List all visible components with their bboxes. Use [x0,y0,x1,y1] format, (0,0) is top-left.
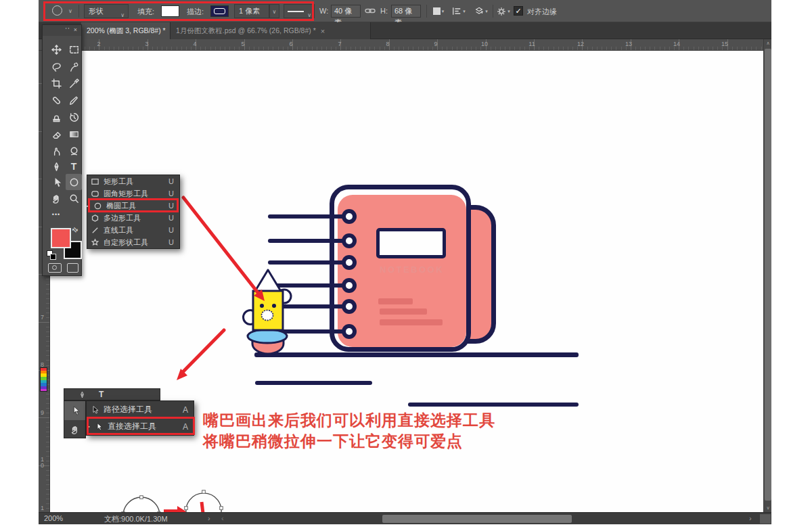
width-label: W: [319,7,328,15]
tab-label: 1月份图文教程.psd @ 66.7% (26, RGB/8#) * [176,26,316,36]
close-icon[interactable]: × [321,27,325,35]
status-bar: 200% 文档:900.0K/1.30M › ‹ › [39,512,771,524]
check-icon: ✓ [515,7,521,15]
marquee-tool[interactable] [66,41,82,58]
tab-document-1[interactable]: 200% (椭圆 3, RGB/8#) * × [81,22,171,39]
ruler-number: 13 [625,41,632,47]
divider [78,5,79,18]
line-style-icon [288,11,304,12]
selection-tools-menu: 路径选择工具 A ▪ 直接选择工具 A [86,400,194,436]
notebook-binding-ring [342,233,357,248]
spot-healing-tool[interactable] [48,92,64,108]
scroll-right-icon[interactable]: › [749,514,752,522]
screen-mode-button[interactable] [67,263,78,273]
menu-item-ellipse-tool[interactable]: ▪ 椭圆工具 U [87,200,179,212]
foreground-color-swatch[interactable] [51,228,71,248]
scroll-up-icon[interactable]: ∧ [764,41,771,46]
type-tool-icon: T [99,390,104,399]
rainbow-color-strip [40,367,47,392]
stroke-width-chevron[interactable]: ∨ [269,4,279,18]
crop-tool[interactable] [48,75,64,91]
shape-width-field[interactable]: 40 像素 [331,5,361,18]
hand-tool[interactable] [48,190,64,206]
canvas[interactable]: NOTEBOOK [50,51,763,512]
menu-item-path-selection[interactable]: 路径选择工具 A [87,401,194,418]
geometry-options-button[interactable]: ▾ [496,4,511,18]
notebook-binding-wire [268,214,351,219]
tools-panel: '' × [42,24,82,276]
status-next-icon[interactable]: › [208,514,210,522]
menu-item-direct-selection[interactable]: ▪ 直接选择工具 A [87,418,194,435]
shape-height-field[interactable]: 68 像素 [391,5,421,18]
menu-item-custom-shape-tool[interactable]: 自定形状工具 U [87,236,179,248]
default-colors-icon[interactable] [47,250,57,260]
gradient-tool[interactable] [66,126,82,142]
vertical-scrollbar[interactable]: ∧ ∨ [763,39,771,512]
notebook-text-line [380,308,427,315]
path-selection-tool[interactable] [48,174,64,190]
ellipse-tool-icon[interactable] [52,5,62,16]
eraser-tool[interactable] [48,126,64,142]
menu-item-shortcut: U [168,177,174,185]
menu-item-label: 椭圆工具 [106,201,136,211]
annotation-arrow-line [183,330,224,371]
notebook-binding-ring [342,209,357,224]
eyedropper-tool[interactable] [66,75,82,91]
menu-item-label: 多边形工具 [104,213,141,223]
zoom-tool[interactable] [66,190,82,206]
tools-panel-header[interactable]: '' × [43,25,81,36]
menu-item-label: 直接选择工具 [108,421,156,432]
path-operations-button[interactable]: ▾ [431,4,446,18]
align-edges-checkbox[interactable]: ✓ [514,6,523,16]
path-arrangement-button[interactable]: ▾ [474,4,489,18]
scroll-down-icon[interactable]: ∨ [764,505,771,511]
path-alignment-button[interactable]: ▾ [451,4,466,18]
zoom-level-field[interactable]: 200% [44,514,63,522]
edit-toolbar-button[interactable]: ••• [48,206,64,223]
character-eye [272,304,276,308]
height-label: H: [380,7,388,15]
ruler-number: 6 [289,41,292,47]
menu-item-rounded-rectangle-tool[interactable]: 圆角矩形工具 U [87,187,179,200]
ellipse-tool-selected[interactable] [66,174,82,190]
link-dimensions-icon[interactable] [365,7,376,15]
ruler-number: 9 [434,41,437,47]
stroke-style-select[interactable]: ∨ [284,4,315,18]
menu-item-polygon-tool[interactable]: 多边形工具 U [87,212,179,224]
history-brush-tool[interactable] [66,109,82,125]
lasso-tool[interactable] [48,58,64,74]
stroke-width-field[interactable]: 1 像素 [234,4,269,18]
notebook-title: NOTEBOOK [380,265,444,275]
tab-document-2[interactable]: 1月份图文教程.psd @ 66.7% (26, RGB/8#) * × [171,22,371,39]
vertical-scrollbar-thumb[interactable] [765,49,771,501]
stroke-label: 描边: [187,7,204,17]
document-size-info: 文档:900.0K/1.30M [104,514,168,524]
brush-tool[interactable] [66,92,82,108]
menu-item-rectangle-tool[interactable]: 矩形工具 U [87,175,179,187]
notebook-binding-ring [342,255,357,270]
fill-color-swatch[interactable] [161,5,179,17]
status-prev-icon[interactable]: ‹ [221,514,224,522]
notebook-text-line [378,298,413,304]
menu-item-line-tool[interactable]: 直线工具 U [87,224,179,236]
quick-mask-button[interactable] [48,263,62,273]
pen-tool-icon [78,390,87,399]
document-tab-bar: 200% (椭圆 3, RGB/8#) * × 1月份图文教程.psd @ 66… [39,22,771,39]
horizontal-scrollbar-thumb[interactable] [382,515,572,523]
pen-tool[interactable] [48,158,64,175]
dodge-burn-tool[interactable] [66,143,82,159]
swap-colors-icon[interactable]: ⇄ [70,225,80,235]
menu-item-label: 圆角矩形工具 [104,189,148,199]
tool-preset-chevron-icon[interactable]: ∨ [68,8,72,14]
quick-selection-tool[interactable] [66,58,82,74]
artwork-line [408,403,579,407]
horizontal-ruler[interactable]: 2 3 4 5 6 7 8 9 10 11 12 13 14 15 [50,39,763,51]
smudge-tool[interactable] [48,143,64,159]
type-tool[interactable]: T [66,158,82,175]
move-tool[interactable] [48,41,64,58]
tool-mode-select[interactable]: 形状 ∨ [84,4,129,18]
clone-stamp-tool[interactable] [48,109,64,125]
stroke-style-preview [214,8,225,14]
stroke-color-swatch[interactable] [210,5,229,17]
ruler-number: 5 [241,41,244,47]
